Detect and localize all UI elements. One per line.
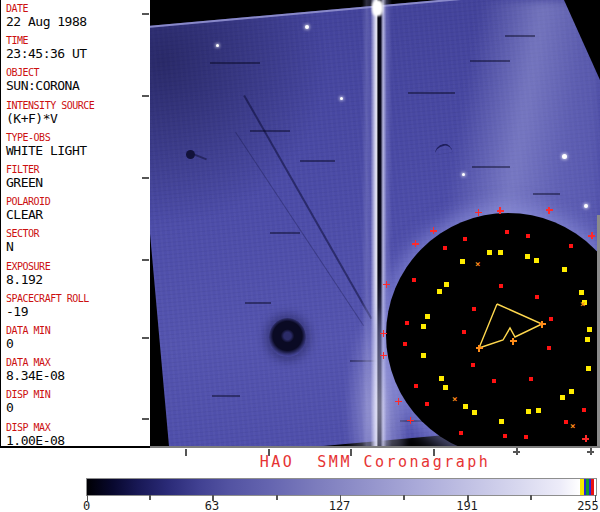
- metadata-field: FILTERGREEN: [6, 164, 150, 190]
- field-value: WHITE LIGHT: [6, 144, 150, 158]
- colorbar-tick-label: 0: [83, 499, 90, 512]
- frame-tick: [142, 337, 149, 339]
- colorbar-minor-tick: [530, 495, 532, 500]
- metadata-field: DISP MAX1.00E-08: [6, 422, 150, 448]
- sidebar-bottom-border: [0, 446, 150, 448]
- metadata-field: SPACECRAFT ROLL-19: [6, 293, 150, 319]
- metadata-field: TIME23:45:36 UT: [6, 35, 150, 61]
- metadata-field: TYPE-OBSWHITE LIGHT: [6, 132, 150, 158]
- colorbar-tick-label: 191: [456, 499, 478, 512]
- colorbar-gradient: [87, 479, 596, 495]
- field-value: 22 Aug 1988: [6, 15, 150, 29]
- field-value: 0: [6, 337, 150, 351]
- annotation-polygon: [150, 0, 600, 448]
- field-label: INTENSITY SOURCE: [6, 100, 150, 111]
- page-title: HAO SMM Coronagraph: [150, 453, 600, 471]
- frame-tick: [142, 259, 149, 261]
- field-value: SUN:CORONA: [6, 79, 150, 93]
- field-value: 8.192: [6, 273, 150, 287]
- frame-tick: [142, 177, 149, 179]
- frame-tick: [142, 95, 149, 97]
- field-label: OBJECT: [6, 67, 150, 78]
- colorbar-tick-label: 127: [329, 499, 351, 512]
- field-label: SPACECRAFT ROLL: [6, 293, 150, 304]
- colorbar: [86, 478, 597, 496]
- frame-tick: [142, 13, 149, 15]
- field-label: TIME: [6, 35, 150, 46]
- field-label: DISP MIN: [6, 389, 150, 400]
- frame-tick: [142, 418, 149, 420]
- field-label: POLAROID: [6, 196, 150, 207]
- colorbar-tick-label: 63: [205, 499, 219, 512]
- metadata-field: POLAROIDCLEAR: [6, 196, 150, 222]
- metadata-field: INTENSITY SOURCE(K+F)*V: [6, 100, 150, 126]
- smm-coronagraph-viewer: { "colors": { "label_red": "#cc1010", "t…: [0, 0, 600, 512]
- metadata-field: DISP MIN0: [6, 389, 150, 415]
- polygon-vertex-marker: [539, 321, 546, 328]
- image-bottom-border: [150, 446, 600, 448]
- field-label: DATA MIN: [6, 325, 150, 336]
- polygon-vertex-marker: [476, 345, 483, 352]
- field-label: DATE: [6, 3, 150, 14]
- field-value: N: [6, 240, 150, 254]
- coronagraph-image-viewport: ××××: [150, 0, 600, 448]
- metadata-field: DATA MAX8.34E-08: [6, 357, 150, 383]
- field-value: GREEN: [6, 176, 150, 190]
- metadata-field: OBJECTSUN:CORONA: [6, 67, 150, 93]
- field-label: DATA MAX: [6, 357, 150, 368]
- metadata-field: SECTORN: [6, 228, 150, 254]
- field-value: (K+F)*V: [6, 112, 150, 126]
- colorbar-tick-label: 255: [577, 499, 599, 512]
- field-value: 0: [6, 401, 150, 415]
- field-value: 23:45:36 UT: [6, 47, 150, 61]
- metadata-field: EXPOSURE8.192: [6, 261, 150, 287]
- field-value: 8.34E-08: [6, 369, 150, 383]
- field-label: DISP MAX: [6, 422, 150, 433]
- field-value: -19: [6, 305, 150, 319]
- colorbar-minor-tick: [149, 495, 151, 500]
- colorbar-minor-tick: [276, 495, 278, 500]
- field-value: CLEAR: [6, 208, 150, 222]
- colorbar-minor-tick: [403, 495, 405, 500]
- polygon-vertex-marker: [510, 338, 517, 345]
- metadata-field: DATE22 Aug 1988: [6, 3, 150, 29]
- field-label: FILTER: [6, 164, 150, 175]
- metadata-field: DATA MIN0: [6, 325, 150, 351]
- field-label: TYPE-OBS: [6, 132, 150, 143]
- metadata-sidebar: DATE22 Aug 1988TIME23:45:36 UTOBJECTSUN:…: [0, 0, 151, 446]
- field-label: SECTOR: [6, 228, 150, 239]
- field-label: EXPOSURE: [6, 261, 150, 272]
